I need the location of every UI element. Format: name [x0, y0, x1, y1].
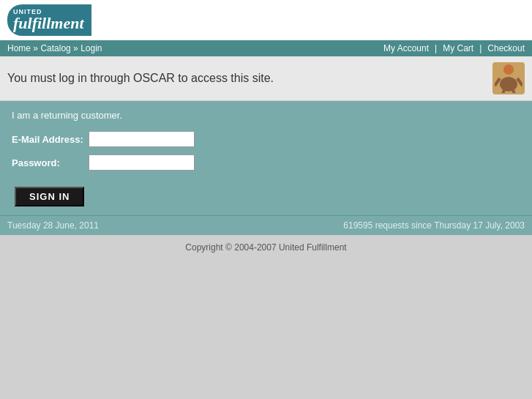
- header: UNITED fulfillment: [0, 0, 532, 40]
- footer-bar: Tuesday 28 June, 2011 619595 requests si…: [0, 215, 532, 235]
- navbar: Home » Catalog » Login My Account | My C…: [0, 40, 532, 56]
- login-area: I am a returning customer. E-Mail Addres…: [0, 101, 532, 215]
- nav-sep2: |: [479, 43, 482, 53]
- navbar-right: My Account | My Cart | Checkout: [383, 43, 525, 53]
- main-content: You must log in through OSCAR to access …: [0, 56, 532, 235]
- svg-point-1: [500, 77, 517, 92]
- signin-button[interactable]: SIGN IN: [15, 187, 84, 206]
- requests-label: 619595 requests since Thursday 17 July, …: [343, 220, 525, 231]
- breadcrumb-catalog[interactable]: Catalog: [40, 43, 70, 53]
- svg-line-2: [495, 78, 500, 86]
- date-label: Tuesday 28 June, 2011: [7, 220, 99, 231]
- logo-box: UNITED fulfillment: [7, 4, 91, 36]
- copyright-text: Copyright © 2004-2007 United Fulfillment: [185, 242, 346, 253]
- svg-line-3: [517, 78, 522, 86]
- breadcrumb: Home » Catalog » Login: [7, 43, 102, 53]
- copyright: Copyright © 2004-2007 United Fulfillment: [0, 235, 532, 260]
- nav-sep1: |: [435, 43, 437, 53]
- password-input[interactable]: [89, 154, 195, 171]
- logo-area: UNITED fulfillment: [7, 4, 91, 36]
- my-cart-link[interactable]: My Cart: [443, 43, 473, 53]
- logo: UNITED fulfillment: [13, 9, 84, 31]
- message-bar: You must log in through OSCAR to access …: [0, 56, 532, 101]
- my-account-link[interactable]: My Account: [383, 43, 429, 53]
- login-message: You must log in through OSCAR to access …: [7, 72, 274, 85]
- breadcrumb-sep2: »: [73, 43, 78, 53]
- breadcrumb-sep1: »: [33, 43, 38, 53]
- signin-row: SIGN IN: [12, 178, 520, 206]
- breadcrumb-home[interactable]: Home: [7, 43, 31, 53]
- password-label: Password:: [12, 157, 89, 168]
- checkout-link[interactable]: Checkout: [487, 43, 525, 53]
- oscar-icon: [492, 62, 525, 94]
- email-input[interactable]: [89, 131, 195, 147]
- svg-line-4: [502, 90, 504, 93]
- oscar-mascot-svg: [495, 64, 522, 93]
- svg-point-0: [503, 64, 514, 75]
- returning-customer-label: I am a returning customer.: [12, 110, 520, 121]
- svg-line-5: [513, 90, 515, 93]
- logo-fulfillment: fulfillment: [13, 14, 84, 32]
- password-row: Password:: [12, 154, 520, 171]
- breadcrumb-login[interactable]: Login: [80, 43, 102, 53]
- email-row: E-Mail Address:: [12, 131, 520, 147]
- email-label: E-Mail Address:: [12, 134, 89, 145]
